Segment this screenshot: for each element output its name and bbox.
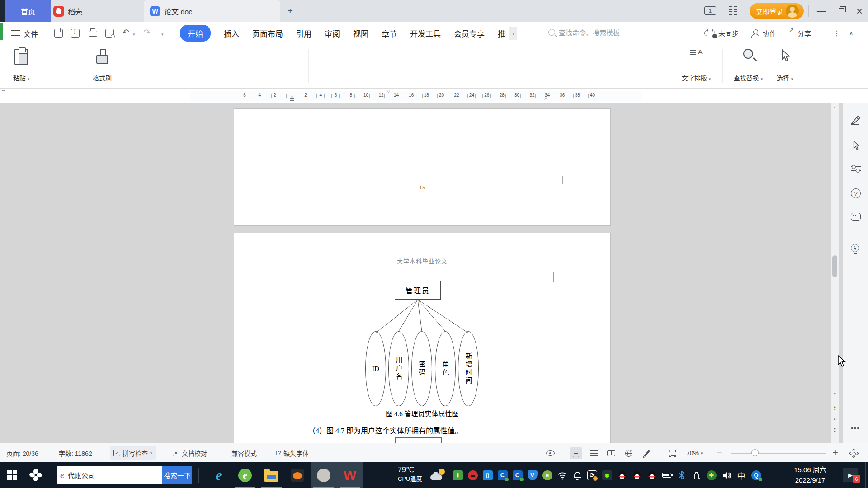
- tray-usb-drive-icon[interactable]: ▯: [480, 462, 495, 488]
- cpu-temp-widget[interactable]: 79℃ CPU温度: [398, 465, 422, 483]
- page-16[interactable]: 大学本科毕业论文 管理员 ID用户名密码角色新增时间 图 4.6 管理员实体属性…: [234, 233, 611, 443]
- print-preview-button[interactable]: [105, 29, 114, 38]
- settings-sliders-icon[interactable]: [851, 165, 861, 172]
- quick-style-brush-icon[interactable]: [851, 115, 861, 125]
- scroll-down-icon[interactable]: ▼: [831, 392, 839, 396]
- tips-lightbulb-icon[interactable]: ϟ: [851, 244, 859, 252]
- quick-access-caret[interactable]: ▾: [161, 32, 164, 37]
- browse-object-icon[interactable]: ●: [831, 418, 839, 421]
- eye-protection-icon[interactable]: [544, 447, 556, 459]
- hamburger-icon[interactable]: [11, 30, 20, 36]
- er-attribute-ellipse[interactable]: 新增时间: [458, 331, 479, 406]
- compat-mode[interactable]: 兼容模式: [231, 443, 257, 463]
- er-attribute-ellipse[interactable]: 密码: [411, 331, 432, 406]
- sync-status[interactable]: 未同步: [704, 22, 739, 44]
- login-button[interactable]: 立即登录: [750, 3, 804, 19]
- tabs-overflow-chevron[interactable]: ›: [509, 27, 517, 40]
- command-search[interactable]: 查找命令、搜索模板: [548, 28, 620, 37]
- vertical-scrollbar[interactable]: ▲ ▼ ▲▲ ● ▼▼: [831, 103, 839, 443]
- docer-assistant-icon[interactable]: [851, 213, 861, 221]
- next-page-icon[interactable]: ▼▼: [831, 428, 839, 433]
- more-options-icon[interactable]: ⋮: [833, 22, 840, 44]
- doc-proofing-button[interactable]: ✕ 文档校对: [173, 443, 207, 463]
- export-button[interactable]: [71, 29, 80, 38]
- fit-page-icon[interactable]: [666, 447, 678, 459]
- panel-more-icon[interactable]: •••: [851, 424, 861, 434]
- tray-input-method-icon[interactable]: 中: [734, 462, 749, 488]
- paste-button[interactable]: 粘贴 ▾: [7, 46, 35, 86]
- tray-qq-1-icon[interactable]: [614, 462, 629, 488]
- tray-qq-2-icon[interactable]: [629, 462, 644, 488]
- tray-quark-browser-icon[interactable]: Q: [749, 462, 764, 488]
- fullscreen-icon[interactable]: [848, 447, 859, 459]
- undo-button[interactable]: ↶: [122, 27, 129, 38]
- dock-app-douyu[interactable]: [284, 462, 311, 488]
- read-mode-icon[interactable]: [605, 447, 617, 459]
- menu-tab-视图[interactable]: 视图: [353, 28, 368, 39]
- web-view-icon[interactable]: [623, 447, 635, 459]
- scrollbar-thumb[interactable]: [832, 255, 837, 277]
- body-paragraph[interactable]: （4）图 4.7 即为用户这个实体所拥有的属性值。: [308, 425, 462, 436]
- missing-font-button[interactable]: T? 缺失字体: [274, 443, 309, 463]
- redo-button[interactable]: ↷: [143, 27, 151, 38]
- taskbar-search-button[interactable]: 搜索一下: [162, 466, 192, 484]
- menu-tab-章节[interactable]: 章节: [382, 28, 397, 39]
- zoom-slider-track[interactable]: [731, 453, 826, 454]
- tray-usb-device-icon[interactable]: ⇪: [450, 462, 465, 488]
- minimize-button[interactable]: —: [812, 0, 831, 22]
- new-tab-button[interactable]: +: [284, 5, 297, 17]
- weather-icon[interactable]: [430, 469, 446, 481]
- ruler[interactable]: ▽ △ △ 6422468101214161820222426283032343…: [0, 89, 868, 103]
- scroll-up-icon[interactable]: ▲: [831, 105, 839, 109]
- dock-app-file-explorer[interactable]: [258, 462, 284, 488]
- tray-usb-eject-icon[interactable]: [689, 462, 704, 488]
- menu-tab-审阅[interactable]: 审阅: [325, 28, 340, 39]
- tray-notification-bell-icon[interactable]: [570, 462, 585, 488]
- tray-battery-icon[interactable]: [659, 462, 674, 488]
- document-area[interactable]: 15 大学本科毕业论文 管理员 ID用户名密码角色新增时间 图 4.6 管理员实…: [0, 103, 868, 443]
- tray-power-saver-icon[interactable]: e: [540, 462, 555, 488]
- select-tool-icon[interactable]: [851, 141, 861, 150]
- tab-home[interactable]: 首页: [5, 0, 51, 22]
- taskbar-clock[interactable]: 15:06 周六 2022/9/17: [785, 465, 835, 485]
- dock-app-app-circle[interactable]: [311, 462, 337, 488]
- taskbar-search-box[interactable]: e 代账公司 搜索一下: [57, 466, 192, 484]
- dock-app-ie-browser[interactable]: e: [206, 462, 232, 488]
- tray-antivirus-shield-icon[interactable]: ✚: [704, 462, 719, 488]
- tray-pc-manager-shield-icon[interactable]: V: [525, 462, 540, 488]
- tab-docer[interactable]: 稻壳: [53, 0, 103, 22]
- collaborate-button[interactable]: 协作: [751, 22, 776, 44]
- share-button[interactable]: 分享: [787, 22, 811, 44]
- tray-driver-tool-icon[interactable]: C: [495, 462, 510, 488]
- tray-driver-tool-2-icon[interactable]: C: [510, 462, 525, 488]
- find-replace-button[interactable]: 查找替换 ▾: [729, 46, 768, 86]
- undo-caret[interactable]: ▾: [133, 32, 135, 37]
- menu-tab-开始[interactable]: 开始: [180, 25, 211, 42]
- show-desktop-button[interactable]: [865, 462, 868, 488]
- first-line-indent-marker[interactable]: ▽: [387, 89, 390, 94]
- text-layout-button[interactable]: 文字排版 ▾: [679, 46, 713, 86]
- tray-security-agent-icon[interactable]: ▬: [465, 462, 480, 488]
- er-attribute-ellipse[interactable]: 角色: [435, 331, 456, 406]
- outline-view-icon[interactable]: [588, 447, 600, 459]
- start-button[interactable]: [7, 470, 18, 480]
- ink-pen-icon[interactable]: [641, 447, 653, 459]
- select-button[interactable]: 选择 ▾: [771, 46, 798, 86]
- tab-document[interactable]: W 论文.doc: [144, 0, 280, 22]
- format-painter-button[interactable]: 格式刷: [86, 46, 118, 86]
- menu-tab-引用[interactable]: 引用: [296, 28, 311, 39]
- er-attribute-ellipse[interactable]: ID: [365, 331, 386, 406]
- collapse-ribbon-icon[interactable]: ∧: [849, 22, 854, 44]
- pinwheel-app-icon[interactable]: [29, 468, 42, 482]
- er-attribute-ellipse[interactable]: 用户名: [388, 331, 409, 406]
- restore-button[interactable]: [832, 0, 851, 22]
- page-15[interactable]: 15: [234, 108, 611, 226]
- zoom-slider-knob[interactable]: [751, 449, 759, 456]
- previous-page-icon[interactable]: ▲▲: [831, 405, 839, 411]
- save-button[interactable]: [54, 29, 63, 38]
- menu-tab-会员专享[interactable]: 会员专享: [454, 28, 485, 39]
- menu-tab-页面布局[interactable]: 页面布局: [252, 28, 283, 39]
- menu-tab-插入[interactable]: 插入: [224, 28, 239, 39]
- file-menu[interactable]: 文件: [24, 28, 38, 39]
- menu-tab-推荐[interactable]: 推荐: [498, 28, 506, 39]
